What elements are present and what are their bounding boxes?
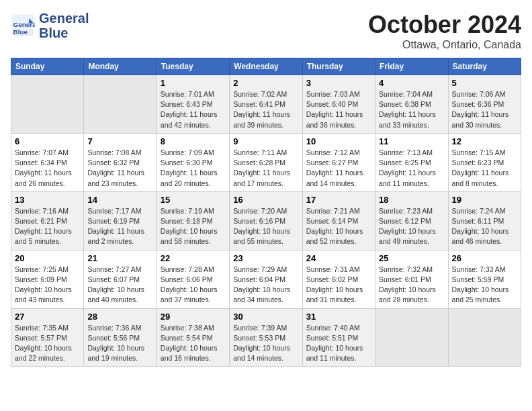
calendar-cell: 7Sunrise: 7:08 AMSunset: 6:32 PMDaylight… [84,133,157,191]
day-info: Sunrise: 7:21 AMSunset: 6:14 PMDaylight:… [306,206,371,247]
location-title: Ottawa, Ontario, Canada [368,39,521,51]
day-info: Sunrise: 7:01 AMSunset: 6:43 PMDaylight:… [161,89,226,130]
day-number: 10 [306,136,371,146]
calendar-cell: 22Sunrise: 7:28 AMSunset: 6:06 PMDayligh… [157,250,229,308]
weekday-header-wednesday: Wednesday [230,58,302,75]
day-info: Sunrise: 7:27 AMSunset: 6:07 PMDaylight:… [87,265,152,306]
day-info: Sunrise: 7:24 AMSunset: 6:11 PMDaylight:… [452,206,517,247]
day-info: Sunrise: 7:06 AMSunset: 6:36 PMDaylight:… [452,89,517,130]
day-number: 20 [15,253,80,263]
day-info: Sunrise: 7:13 AMSunset: 6:25 PMDaylight:… [379,148,444,189]
day-number: 26 [452,253,517,263]
calendar-cell: 10Sunrise: 7:12 AMSunset: 6:27 PMDayligh… [302,133,375,191]
day-number: 6 [15,136,80,146]
day-info: Sunrise: 7:31 AMSunset: 6:02 PMDaylight:… [306,265,371,306]
week-row-3: 13Sunrise: 7:16 AMSunset: 6:21 PMDayligh… [11,191,521,250]
calendar-cell: 8Sunrise: 7:09 AMSunset: 6:30 PMDaylight… [157,133,229,191]
calendar-cell: 4Sunrise: 7:04 AMSunset: 6:38 PMDaylight… [375,75,448,134]
calendar-cell: 13Sunrise: 7:16 AMSunset: 6:21 PMDayligh… [11,191,84,250]
day-number: 8 [161,136,226,146]
calendar-cell: 29Sunrise: 7:38 AMSunset: 5:54 PMDayligh… [157,308,229,367]
day-number: 1 [161,78,226,88]
day-info: Sunrise: 7:03 AMSunset: 6:40 PMDaylight:… [306,89,371,130]
calendar-cell: 1Sunrise: 7:01 AMSunset: 6:43 PMDaylight… [157,75,229,134]
day-info: Sunrise: 7:36 AMSunset: 5:56 PMDaylight:… [87,323,152,364]
svg-text:Blue: Blue [13,28,28,36]
day-number: 2 [233,78,298,88]
calendar-cell [375,308,448,367]
day-info: Sunrise: 7:20 AMSunset: 6:16 PMDaylight:… [233,206,298,247]
week-row-2: 6Sunrise: 7:07 AMSunset: 6:34 PMDaylight… [11,133,521,191]
day-number: 30 [233,312,298,322]
day-number: 22 [161,253,226,263]
day-number: 24 [306,253,371,263]
weekday-header-monday: Monday [84,58,157,75]
day-info: Sunrise: 7:15 AMSunset: 6:23 PMDaylight:… [452,148,517,189]
logo-icon: General Blue [11,13,35,38]
calendar-cell: 6Sunrise: 7:07 AMSunset: 6:34 PMDaylight… [11,133,84,191]
weekday-header-saturday: Saturday [448,58,521,75]
calendar-cell: 16Sunrise: 7:20 AMSunset: 6:16 PMDayligh… [230,191,302,250]
day-info: Sunrise: 7:25 AMSunset: 6:09 PMDaylight:… [15,265,80,306]
calendar-cell: 27Sunrise: 7:35 AMSunset: 5:57 PMDayligh… [11,308,84,367]
day-number: 3 [306,78,371,88]
day-info: Sunrise: 7:02 AMSunset: 6:41 PMDaylight:… [233,89,298,130]
logo: General Blue General Blue [11,11,89,40]
calendar-cell: 18Sunrise: 7:23 AMSunset: 6:12 PMDayligh… [375,191,448,250]
day-info: Sunrise: 7:17 AMSunset: 6:19 PMDaylight:… [87,206,152,247]
calendar-cell: 20Sunrise: 7:25 AMSunset: 6:09 PMDayligh… [11,250,84,308]
day-number: 11 [379,136,444,146]
calendar: SundayMondayTuesdayWednesdayThursdayFrid… [11,58,521,367]
day-number: 15 [161,195,226,205]
day-number: 21 [87,253,152,263]
header: General Blue General Blue October 2024 O… [11,11,521,51]
title-area: October 2024 Ottawa, Ontario, Canada [368,11,521,51]
day-number: 29 [161,312,226,322]
day-info: Sunrise: 7:04 AMSunset: 6:38 PMDaylight:… [379,89,444,130]
day-number: 16 [233,195,298,205]
calendar-cell: 9Sunrise: 7:11 AMSunset: 6:28 PMDaylight… [230,133,302,191]
day-number: 7 [87,136,152,146]
day-info: Sunrise: 7:33 AMSunset: 5:59 PMDaylight:… [452,265,517,306]
calendar-cell: 19Sunrise: 7:24 AMSunset: 6:11 PMDayligh… [448,191,521,250]
day-number: 23 [233,253,298,263]
day-info: Sunrise: 7:23 AMSunset: 6:12 PMDaylight:… [379,206,444,247]
calendar-cell: 11Sunrise: 7:13 AMSunset: 6:25 PMDayligh… [375,133,448,191]
day-number: 18 [379,195,444,205]
calendar-cell: 26Sunrise: 7:33 AMSunset: 5:59 PMDayligh… [448,250,521,308]
day-info: Sunrise: 7:07 AMSunset: 6:34 PMDaylight:… [15,148,80,189]
calendar-cell: 30Sunrise: 7:39 AMSunset: 5:53 PMDayligh… [230,308,302,367]
day-info: Sunrise: 7:16 AMSunset: 6:21 PMDaylight:… [15,206,80,247]
day-number: 12 [452,136,517,146]
day-number: 14 [87,195,152,205]
day-number: 19 [452,195,517,205]
week-row-5: 27Sunrise: 7:35 AMSunset: 5:57 PMDayligh… [11,308,521,367]
day-number: 9 [233,136,298,146]
day-info: Sunrise: 7:19 AMSunset: 6:18 PMDaylight:… [161,206,226,247]
day-info: Sunrise: 7:38 AMSunset: 5:54 PMDaylight:… [161,323,226,364]
day-info: Sunrise: 7:08 AMSunset: 6:32 PMDaylight:… [87,148,152,189]
day-info: Sunrise: 7:32 AMSunset: 6:01 PMDaylight:… [379,265,444,306]
day-number: 28 [87,312,152,322]
calendar-cell: 24Sunrise: 7:31 AMSunset: 6:02 PMDayligh… [302,250,375,308]
day-number: 27 [15,312,80,322]
day-info: Sunrise: 7:39 AMSunset: 5:53 PMDaylight:… [233,323,298,364]
day-info: Sunrise: 7:28 AMSunset: 6:06 PMDaylight:… [161,265,226,306]
day-number: 25 [379,253,444,263]
day-number: 17 [306,195,371,205]
day-info: Sunrise: 7:35 AMSunset: 5:57 PMDaylight:… [15,323,80,364]
day-number: 4 [379,78,444,88]
calendar-cell: 28Sunrise: 7:36 AMSunset: 5:56 PMDayligh… [84,308,157,367]
day-info: Sunrise: 7:40 AMSunset: 5:51 PMDaylight:… [306,323,371,364]
day-info: Sunrise: 7:12 AMSunset: 6:27 PMDaylight:… [306,148,371,189]
calendar-cell: 3Sunrise: 7:03 AMSunset: 6:40 PMDaylight… [302,75,375,134]
day-number: 31 [306,312,371,322]
calendar-cell: 31Sunrise: 7:40 AMSunset: 5:51 PMDayligh… [302,308,375,367]
calendar-cell: 5Sunrise: 7:06 AMSunset: 6:36 PMDaylight… [448,75,521,134]
calendar-cell: 23Sunrise: 7:29 AMSunset: 6:04 PMDayligh… [230,250,302,308]
week-row-1: 1Sunrise: 7:01 AMSunset: 6:43 PMDaylight… [11,75,521,134]
calendar-cell: 2Sunrise: 7:02 AMSunset: 6:41 PMDaylight… [230,75,302,134]
weekday-header-sunday: Sunday [11,58,84,75]
calendar-cell: 25Sunrise: 7:32 AMSunset: 6:01 PMDayligh… [375,250,448,308]
calendar-cell: 14Sunrise: 7:17 AMSunset: 6:19 PMDayligh… [84,191,157,250]
